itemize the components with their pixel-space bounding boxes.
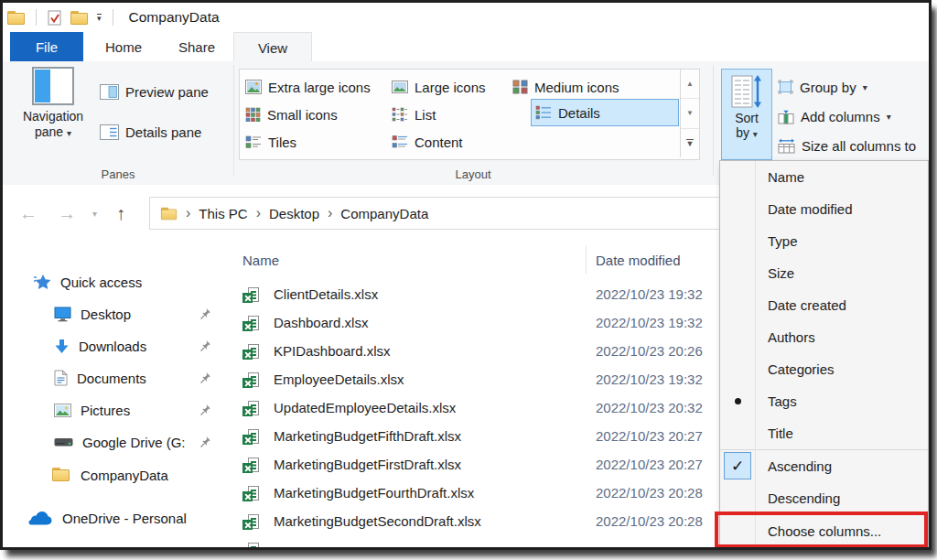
size-all-columns-button[interactable]: Size all columns to: [778, 135, 916, 156]
menu-item-tags[interactable]: Tags: [720, 385, 928, 417]
file-row[interactable]: Dashboard.xlsx 2022/10/23 19:32: [239, 309, 726, 338]
layout-option-extra-large-icons[interactable]: Extra large icons: [245, 75, 371, 99]
breadcrumb-this-pc[interactable]: This PC: [199, 206, 247, 221]
layout-option-content[interactable]: Content: [392, 130, 463, 154]
sidebar-item-label: OneDrive - Personal: [62, 511, 187, 526]
menu-item-size[interactable]: Size: [720, 257, 928, 289]
details-pane-button[interactable]: Details pane: [100, 122, 201, 142]
sidebar-item-label: Desktop: [81, 307, 131, 322]
details-icon: [535, 105, 552, 120]
layout-option-label: Small icons: [267, 107, 338, 123]
file-row[interactable]: MarketingBudgetSecondDraft.xlsx 2022/10/…: [239, 508, 726, 536]
file-name: UpdatedEmployeeDetails.xlsx: [274, 400, 456, 415]
menu-item-date-created[interactable]: Date created: [720, 289, 928, 321]
recent-locations-button[interactable]: ▾: [92, 185, 97, 242]
tab-view[interactable]: View: [233, 32, 312, 62]
menu-item-date-modified[interactable]: Date modified: [720, 193, 928, 225]
file-row[interactable]: MarketingBudgetFifthDraft.xlsx 2022/10/2…: [239, 423, 726, 451]
breadcrumb-companydata[interactable]: CompanyData: [340, 206, 428, 221]
layout-option-label: Medium icons: [534, 80, 619, 95]
tab-file[interactable]: File: [10, 32, 83, 61]
layout-option-label: List: [415, 107, 436, 123]
file-row[interactable]: KPIDashboard.xlsx 2022/10/23 20:26: [239, 338, 726, 366]
layout-option-large-icons[interactable]: Large icons: [392, 75, 486, 99]
group-separator: [233, 65, 234, 177]
group-by-button[interactable]: Group by ▾: [778, 76, 867, 98]
up-arrow-icon: ↑: [116, 203, 125, 224]
file-row[interactable]: ClientDetails.xlsx 2022/10/23 19:32: [239, 281, 726, 309]
chevron-down-icon: ▾: [863, 82, 867, 92]
qat-properties-button[interactable]: [43, 5, 66, 29]
up-button[interactable]: ↑: [116, 185, 125, 242]
chevron-down-icon: ▾: [753, 129, 758, 139]
column-divider[interactable]: [586, 246, 587, 274]
menu-item-authors[interactable]: Authors: [720, 321, 928, 353]
menu-item-type[interactable]: Type: [720, 225, 928, 257]
sort-by-label: Sort: [735, 111, 759, 125]
large-icons-icon: [392, 81, 408, 93]
excel-file-icon: [242, 543, 260, 547]
gallery-scroll-up-button[interactable]: ▲: [681, 70, 699, 99]
column-header-name[interactable]: Name: [242, 246, 517, 274]
file-row[interactable]: EmployeeDetails.xlsx 2022/10/23 19:32: [239, 366, 726, 394]
layout-option-tiles[interactable]: Tiles: [245, 130, 296, 154]
menu-item-categories[interactable]: Categories: [720, 353, 928, 385]
ribbon-tabs: File Home Share View: [3, 32, 929, 61]
file-row[interactable]: MarketingBudgetFirstDraft.xlsx 2022/10/2…: [239, 451, 726, 479]
layout-option-details[interactable]: Details: [531, 99, 679, 126]
file-name: MarketingBudgetFourthDraft.xlsx: [274, 485, 474, 501]
navigation-pane-button[interactable]: Navigation pane ▾: [14, 67, 92, 166]
layout-option-label: Details: [558, 105, 600, 121]
sidebar-item-quick-access[interactable]: Quick access: [3, 268, 263, 296]
menu-item-name[interactable]: Name: [720, 161, 928, 193]
file-row[interactable]: MarketingBudgetFourthDraft.xlsx 2022/10/…: [239, 479, 726, 508]
tab-share[interactable]: Share: [164, 32, 230, 61]
navigation-pane-label: Navigation: [23, 109, 83, 124]
picture-icon: [54, 404, 71, 417]
layout-option-medium-icons[interactable]: Medium icons: [512, 75, 619, 99]
star-icon: [34, 274, 51, 290]
excel-file-icon: [242, 514, 260, 530]
qat-customize-button[interactable]: ▾: [92, 5, 106, 29]
annotation-highlight-box: [715, 512, 928, 548]
list-icon: [392, 107, 408, 122]
back-button[interactable]: ←: [19, 185, 38, 242]
clipped-file-row[interactable]: [239, 536, 726, 547]
menu-item-ascending[interactable]: ✓Ascending: [720, 450, 928, 482]
folder-icon: [52, 468, 71, 483]
folder-icon: [161, 207, 177, 220]
gallery-more-button[interactable]: ▼: [681, 129, 699, 157]
sidebar-item-onedrive[interactable]: OneDrive - Personal: [3, 504, 257, 532]
excel-file-icon: [242, 372, 260, 388]
excel-file-icon: [242, 287, 260, 303]
menu-item-descending[interactable]: Descending: [720, 482, 928, 514]
pin-icon: [199, 404, 211, 416]
preview-pane-button[interactable]: Preview pane: [100, 81, 209, 102]
layout-option-list[interactable]: List: [392, 102, 436, 126]
breadcrumb-desktop[interactable]: Desktop: [269, 206, 319, 221]
qat-newfolder-button[interactable]: [66, 5, 92, 29]
forward-button[interactable]: →: [58, 185, 76, 242]
gallery-scroll-down-button[interactable]: ▼: [681, 99, 699, 128]
preview-pane-icon: [100, 84, 119, 100]
layout-option-label: Large icons: [415, 80, 486, 95]
layout-option-small-icons[interactable]: Small icons: [245, 102, 338, 126]
pin-icon: [199, 307, 211, 320]
sidebar-item-label: Pictures: [81, 403, 130, 418]
forward-arrow-icon: →: [58, 203, 76, 224]
file-row[interactable]: UpdatedEmployeeDetails.xlsx 2022/10/23 2…: [239, 394, 726, 423]
add-columns-icon: [778, 109, 794, 124]
checkmark-icon: ✓: [724, 452, 751, 479]
panes-group-label: Panes: [3, 167, 233, 181]
pin-icon: [199, 436, 211, 448]
group-by-icon: [778, 80, 793, 94]
document-icon: [54, 370, 68, 386]
tiles-icon: [245, 135, 262, 149]
sort-by-button[interactable]: Sort by ▾: [721, 69, 772, 160]
add-columns-button[interactable]: Add columns ▾: [778, 105, 891, 127]
add-columns-label: Add columns: [801, 109, 880, 124]
excel-file-icon: [242, 486, 260, 501]
column-header-date-modified[interactable]: Date modified: [596, 246, 724, 274]
menu-item-title[interactable]: Title: [720, 417, 928, 449]
tab-home[interactable]: Home: [91, 32, 156, 61]
